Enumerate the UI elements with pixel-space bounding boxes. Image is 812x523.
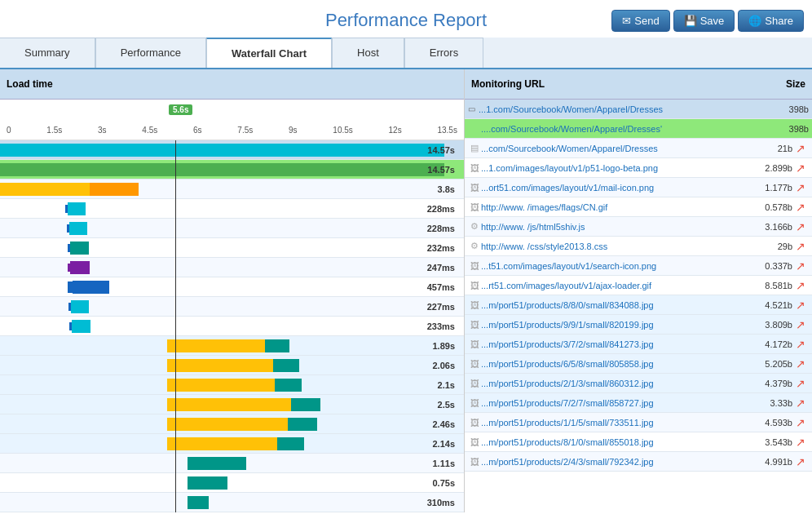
url-text: ...m/port51/products/6/5/8/small/805858.… (481, 359, 752, 369)
doc-icon: ▤ (468, 143, 481, 153)
bar-cyan (68, 202, 86, 215)
url-text: ...m/port51/products/7/2/7/small/858727.… (481, 398, 752, 408)
table-row: 0.75s (0, 473, 464, 493)
url-size: 29b (752, 242, 792, 251)
table-row: 2.14s (0, 434, 464, 454)
time-marker: 5.6s (169, 104, 192, 115)
url-row: 🖼 ...1.com/images/layout/v1/p51-logo-bet… (465, 158, 812, 178)
url-text: ...rt51.com/images/layout/v1/ajax-loader… (481, 281, 752, 290)
table-row: 310ms (0, 493, 464, 512)
url-row: 🖼 ...m/port51/products/9/9/1/small/82019… (465, 315, 812, 335)
timeline-ruler: 5.6s 0 1.5s 3s 4.5s 6s 7.5s 9s 10.5s 12s… (0, 100, 464, 140)
tick-6: 9s (289, 126, 298, 135)
tick-8: 12s (389, 126, 402, 135)
url-row: 🖼 ...m/port51/products/2/4/3/small/79234… (465, 452, 812, 472)
size-header: Size (761, 78, 805, 90)
trend-icon: ↗ (792, 357, 809, 370)
bar-teal (275, 379, 302, 392)
bar-teal (70, 242, 89, 255)
tick-9: 13.5s (437, 126, 457, 135)
collapse-icon[interactable]: ▭ (468, 104, 475, 113)
table-row: 3.8s (0, 180, 464, 199)
page-header: Performance Report ✉ Send 💾 Save 🌐 Share (0, 0, 812, 38)
share-button[interactable]: 🌐 Share (738, 10, 804, 32)
url-size: 398b (768, 124, 809, 134)
bar-teal (288, 418, 317, 431)
bar-cell: 232ms (0, 238, 458, 257)
send-icon: ✉ (622, 15, 631, 27)
table-row: 1.89s (0, 336, 464, 356)
tick-0: 0 (7, 126, 11, 135)
script-icon: ⚙ (468, 221, 481, 232)
tab-host[interactable]: Host (332, 38, 404, 68)
url-size: 1.177b (752, 183, 792, 193)
bar-cell: 457ms (0, 277, 458, 296)
bar-cell: 228ms (0, 219, 458, 237)
save-button[interactable]: 💾 Save (673, 10, 735, 32)
trend-icon: ↗ (792, 181, 809, 194)
url-size: 4.991b (752, 457, 792, 467)
img-icon: 🖼 (468, 457, 481, 467)
table-row: 2.46s (0, 414, 464, 434)
url-row: 🖼 ...m/port51/products/8/1/0/small/85501… (465, 432, 812, 452)
url-text: ...m/port51/products/2/4/3/small/792342.… (481, 457, 752, 467)
url-size: 4.379b (752, 379, 792, 388)
img-icon: 🖼 (468, 398, 481, 408)
bar-label: 228ms (427, 224, 455, 233)
url-row: ▭ ...1.com/Sourcebook/Women/Apparel/Dres… (465, 100, 812, 119)
url-row: ⚙ http://www. /js/html5shiv.js 3.166b ↗ (465, 217, 812, 237)
img-icon: 🖼 (468, 202, 481, 212)
bar-yellow (167, 418, 288, 431)
url-row: 🖼 ...rt51.com/images/layout/v1/ajax-load… (465, 276, 812, 295)
bar-label: 310ms (427, 498, 455, 507)
tab-bar: Summary Performance Waterfall Chart Host… (0, 38, 812, 69)
bar-label: 2.1s (438, 380, 455, 390)
bar-label: 2.14s (432, 439, 455, 449)
bar-teal (265, 339, 289, 352)
table-row: 232ms (0, 238, 464, 258)
url-row: 🖼 ...m/port51/products/7/2/7/small/85872… (465, 393, 812, 413)
url-text: ...m/port51/products/3/7/2/small/841273.… (481, 339, 752, 349)
bar-cyan (71, 300, 89, 313)
tick-2: 3s (98, 126, 107, 135)
send-button[interactable]: ✉ Send (611, 10, 669, 32)
table-row: 14.57s (0, 160, 464, 180)
tab-summary[interactable]: Summary (0, 38, 95, 68)
img-icon: 🖼 (468, 320, 481, 330)
tick-7: 10.5s (333, 126, 352, 135)
chart-area: Load time 5.6s 0 1.5s 3s 4.5s 6s 7.5s 9s… (0, 69, 465, 512)
tab-errors[interactable]: Errors (404, 38, 483, 68)
url-text: http://www. /css/style2013.8.css (481, 242, 752, 251)
table-row: 2.06s (0, 356, 464, 375)
url-header: Monitoring URL Size (465, 69, 812, 100)
trend-icon: ↗ (792, 201, 809, 214)
img-icon: 🖼 (468, 261, 481, 271)
url-size: 2.899b (752, 163, 792, 173)
trend-icon: ↗ (792, 455, 809, 468)
trend-icon: ↗ (792, 397, 809, 410)
table-row: 227ms (0, 297, 464, 317)
save-icon: 💾 (684, 15, 697, 27)
share-icon: 🌐 (748, 15, 761, 27)
bar-cell: 0.75s (0, 473, 458, 492)
tab-performance[interactable]: Performance (95, 38, 206, 68)
bar-label: 1.89s (432, 341, 455, 351)
trend-icon: ↗ (792, 220, 809, 233)
bar-cell: 310ms (0, 493, 458, 512)
main-content: Load time 5.6s 0 1.5s 3s 4.5s 6s 7.5s 9s… (0, 69, 812, 512)
trend-icon: ↗ (792, 279, 809, 292)
trend-icon: ↗ (792, 259, 809, 273)
url-row: 🖼 ...t51.com/images/layout/v1/search-ico… (465, 256, 812, 276)
url-size: 0.337b (752, 261, 792, 271)
bar-cell: 1.89s (0, 336, 458, 355)
bar-teal (277, 437, 304, 450)
table-row: 14.57s (0, 140, 464, 160)
load-time-header: Load time (7, 78, 53, 90)
tab-waterfall[interactable]: Waterfall Chart (206, 38, 332, 68)
url-text: ...ort51.com/images/layout/v1/mail-icon.… (481, 183, 752, 193)
trend-icon: ↗ (792, 240, 809, 253)
url-row: ▤ ...com/Sourcebook/Women/Apparel/Dresse… (465, 139, 812, 158)
url-size: 398b (768, 104, 809, 114)
img-icon: 🖼 (468, 300, 481, 310)
url-area: Monitoring URL Size ▭ ...1.com/Sourceboo… (465, 69, 812, 512)
